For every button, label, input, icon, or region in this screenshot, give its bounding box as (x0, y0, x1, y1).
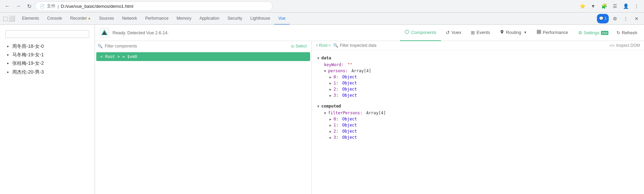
inspector-filter: 🔍 (333, 43, 607, 48)
extension-button[interactable]: ▼ (588, 1, 598, 11)
svg-rect-3 (537, 30, 541, 34)
bookmark-button[interactable]: ⭐ (578, 1, 587, 11)
page-search-input[interactable] (5, 30, 89, 38)
computed-section-toggle[interactable]: ▼ (317, 104, 319, 108)
refresh-button[interactable]: ↻ Refresh (614, 29, 640, 37)
nav-events-label: Events (477, 30, 490, 35)
nav-vuex[interactable]: ↺ Vuex (441, 25, 466, 41)
fp-1-value: Object (340, 123, 357, 128)
tree-item-root[interactable]: < Root > = $vm0 (96, 52, 310, 61)
persons-1-value: Object (340, 81, 357, 85)
persons-0-expand[interactable]: ▶ (329, 75, 331, 79)
menu-button[interactable]: ☰ (610, 1, 620, 11)
nav-performance-label: Performance (543, 30, 568, 35)
list-item: 马冬梅-19-女-1 (12, 51, 89, 59)
tab-recorder[interactable]: Recorder ▲ (66, 13, 95, 25)
inspector-panel: < Root > 🔍 </> Inspect DOM (312, 41, 644, 194)
fp-3-key: 3: (334, 135, 338, 140)
persons-3-expand[interactable]: ▶ (329, 94, 331, 97)
settings-button[interactable]: ⚙ Settings new (576, 29, 611, 37)
tab-memory[interactable]: Memory (173, 13, 195, 25)
tab-application[interactable]: Application (195, 13, 223, 25)
nav-components-label: Components (411, 30, 436, 35)
persons-list: 周冬雨-18-女-0 马冬梅-19-女-1 张桂梅-19-女-2 周杰伦-20-… (5, 42, 89, 76)
url-path: D:/vue/vue_basic/demos/demo1.html (61, 4, 133, 9)
fp-3-expand[interactable]: ▶ (329, 136, 331, 139)
filter-components-input[interactable] (105, 44, 287, 48)
persons-2-value: Object (340, 87, 357, 92)
refresh-label: Refresh (622, 30, 637, 35)
tab-security[interactable]: Security (223, 13, 246, 25)
tab-performance[interactable]: Performance (141, 13, 173, 25)
fp-3-value: Object (340, 135, 357, 140)
list-item: 周杰伦-20-男-3 (12, 68, 89, 76)
settings-gear-button[interactable]: ⚙ (610, 14, 620, 23)
events-icon: ⊞ (471, 30, 475, 35)
breadcrumb-open: < (316, 43, 318, 48)
filter-persons-3: ▶ 3: Object (317, 134, 639, 140)
persons-1-expand[interactable]: ▶ (329, 81, 331, 85)
data-section-toggle[interactable]: ▼ (317, 56, 319, 60)
persons-1: ▶ 1: Object (317, 80, 639, 86)
filter-persons-expand[interactable]: ▼ (324, 111, 326, 115)
tab-lighthouse[interactable]: Lighthouse (246, 13, 275, 25)
devtools-tab-bar: ⬚ ⬜ Elements Console Recorder ▲ Sources … (0, 13, 644, 25)
nav-components[interactable]: Components (400, 25, 441, 41)
filter-persons-key: filterPersons: (328, 111, 362, 115)
keyword-prop: keyWord: "" (317, 62, 639, 68)
nav-vuex-label: Vuex (451, 30, 461, 35)
fp-2-key: 2: (334, 129, 338, 134)
list-item: 张桂梅-19-女-2 (12, 59, 89, 67)
chat-button[interactable]: 💬 1 (597, 14, 609, 23)
settings-label: Settings (584, 30, 600, 35)
devtools-more-button[interactable]: ⋮ (621, 14, 630, 23)
fp-2-expand[interactable]: ▶ (329, 130, 331, 133)
filter-persons-1: ▶ 1: Object (317, 122, 639, 128)
vue-nav: Components ↺ Vuex ⊞ Events Routin (400, 25, 573, 41)
persons-0-value: Object (340, 75, 357, 79)
fp-1-expand[interactable]: ▶ (329, 123, 331, 127)
fp-0-expand[interactable]: ▶ (329, 117, 331, 121)
chrome-action-bar: ⭐ ▼ 🧩 ☰ 👤 ⋮ (578, 1, 641, 11)
nav-routing[interactable]: Routing ▼ (495, 25, 532, 41)
breadcrumb-root-label: Root (319, 43, 327, 48)
computed-section-header: ▼ computed (317, 104, 639, 109)
tab-network[interactable]: Network (118, 13, 141, 25)
inspect-dom-button[interactable]: </> Inspect DOM (609, 43, 640, 48)
devtools-close-button[interactable]: ✕ (632, 14, 641, 23)
filter-persons-prop: ▼ filterPersons: Array[4] (317, 110, 639, 116)
persons-expand[interactable]: ▼ (324, 69, 326, 73)
tab-vue[interactable]: Vue (274, 13, 289, 25)
filter-bar: 🔍 ◎ Select (95, 41, 311, 52)
inspector-filter-input[interactable] (340, 43, 607, 48)
select-button[interactable]: ◎ Select (289, 43, 309, 49)
routing-dropdown-icon: ▼ (524, 31, 527, 34)
persons-3-value: Object (340, 93, 357, 98)
profile-button[interactable]: 👤 (621, 1, 630, 11)
tab-elements[interactable]: Elements (18, 13, 43, 25)
tab-sources[interactable]: Sources (95, 13, 118, 25)
vue-ready-text: Ready. Detected Vue 2.6.14. (113, 30, 169, 35)
nav-performance[interactable]: Performance (532, 25, 573, 41)
back-button[interactable]: ← (3, 1, 12, 11)
more-button[interactable]: ⋮ (632, 1, 641, 11)
tab-console[interactable]: Console (43, 13, 66, 25)
address-bar[interactable]: 📄 文件 | D:/vue/vue_basic/demos/demo1.html (35, 1, 273, 11)
persons-value: Array[4] (349, 69, 371, 73)
persons-3-key: 3: (334, 93, 338, 98)
fp-0-value: Object (340, 117, 357, 121)
puzzle-button[interactable]: 🧩 (599, 1, 609, 11)
persons-2-key: 2: (334, 87, 338, 92)
persons-0-key: 0: (334, 75, 338, 79)
devtools-logo: ⬚ ⬜ (3, 15, 15, 22)
forward-button[interactable]: → (14, 1, 23, 11)
reload-button[interactable]: ↻ (24, 1, 34, 11)
persons-2-expand[interactable]: ▶ (329, 88, 331, 91)
page-panel: 周冬雨-18-女-0 马冬梅-19-女-1 张桂梅-19-女-2 周杰伦-20-… (0, 25, 95, 194)
refresh-icon: ↻ (617, 30, 620, 35)
components-tree: 🔍 ◎ Select < Root > = $vm0 (95, 41, 312, 194)
persons-2: ▶ 2: Object (317, 86, 639, 92)
svg-marker-2 (405, 30, 409, 34)
inspect-dom-icon: </> (609, 43, 615, 47)
nav-events[interactable]: ⊞ Events (466, 25, 495, 41)
